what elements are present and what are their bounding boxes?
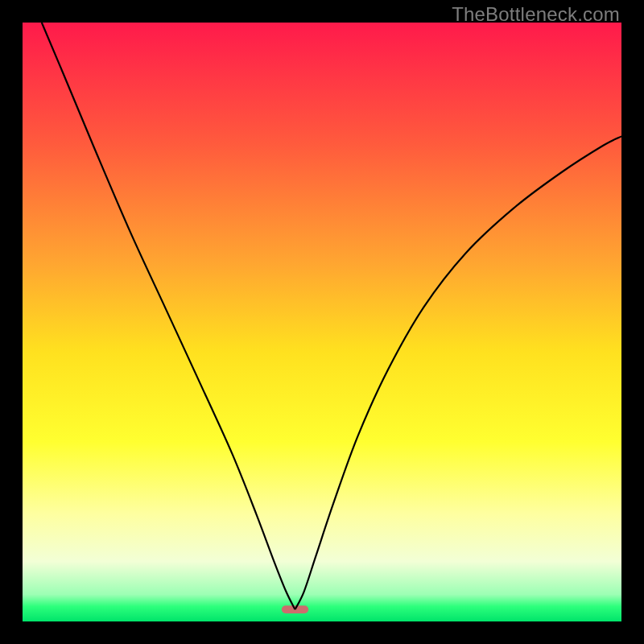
watermark-text: TheBottleneck.com: [452, 3, 620, 26]
gradient-rect: [23, 23, 621, 621]
plot-area: [23, 23, 621, 621]
chart-svg: [23, 23, 621, 621]
